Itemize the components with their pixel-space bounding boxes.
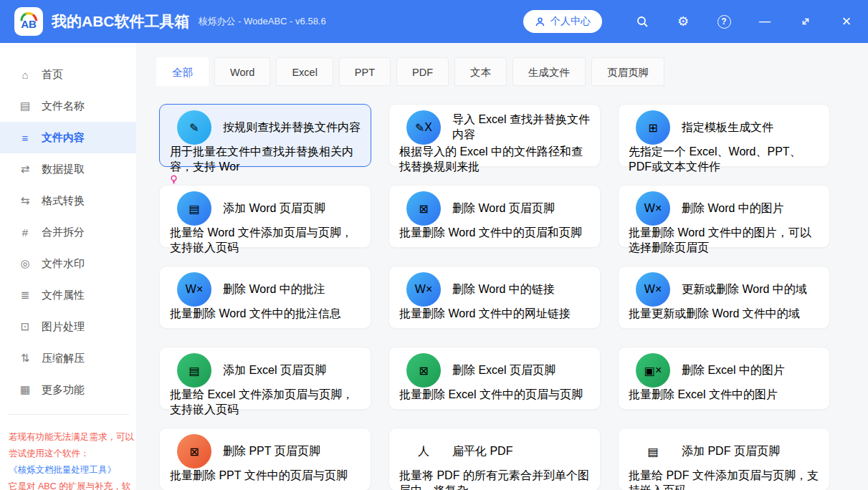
- sidebar-item-watermark[interactable]: ◎ 文件水印: [0, 248, 136, 279]
- card-title: 添加 Word 页眉页脚: [223, 201, 325, 216]
- search-icon[interactable]: [634, 13, 651, 30]
- word-add-header-footer-icon: ▤: [177, 191, 211, 226]
- card-title: 添加 PDF 页眉页脚: [682, 444, 780, 459]
- more-features-icon: ▦: [19, 383, 32, 396]
- card-title: 删除 Word 中的批注: [223, 282, 325, 297]
- card-desc: 批量删除 Word 文件中的批注信息: [170, 307, 361, 322]
- card-title: 删除 PPT 页眉页脚: [223, 444, 320, 459]
- user-center-button[interactable]: 个人中心: [523, 10, 602, 33]
- card-title: 删除 Word 中的链接: [452, 282, 555, 297]
- sidebar-item-merge-split[interactable]: # 合并拆分: [0, 216, 136, 248]
- card-word-update-field[interactable]: W × 更新或删除 Word 中的域 批量更新或删除 Word 文件中的域: [618, 266, 830, 329]
- word-delete-comment-icon: W ×: [177, 272, 211, 307]
- card-find-replace-content[interactable]: ✎ 按规则查找并替换文件内容 用于批量在文件中查找并替换相关内容，支持 Wor …: [159, 104, 371, 167]
- card-desc: 根据导入的 Excel 中的文件路径和查找替换规则来批: [399, 145, 590, 175]
- card-word-delete-header-footer[interactable]: ⊠ 删除 Word 页眉页脚 批量删除 Word 文件中的页眉和页脚: [388, 185, 601, 248]
- card-desc: 批量删除 PPT 文件中的页眉与页脚: [170, 469, 361, 484]
- feature-grid: ✎ 按规则查找并替换文件内容 用于批量在文件中查找并替换相关内容，支持 Wor …: [159, 104, 830, 490]
- image-process-icon: ⊡: [19, 320, 32, 333]
- card-excel-delete-header-footer[interactable]: ⊠ 删除 Excel 页眉页脚 批量删除 Excel 文件中的页眉与页脚: [388, 347, 601, 410]
- tab-word[interactable]: Word: [214, 57, 270, 86]
- card-desc: 批量删除 Word 文件中的图片，可以选择删除页眉页: [629, 226, 819, 256]
- app-title: 我的ABC软件工具箱: [52, 11, 190, 32]
- compress-icon: ⇅: [19, 352, 32, 365]
- ppt-delete-header-footer-icon: ⊠: [177, 434, 211, 469]
- data-extract-icon: ⇄: [19, 163, 32, 176]
- card-desc: 批量给 Excel 文件添加页眉与页脚，支持嵌入页码: [170, 388, 361, 418]
- format-convert-icon: ⇆: [19, 194, 32, 207]
- tab-text[interactable]: 文本: [454, 57, 507, 86]
- card-desc: 批量更新或删除 Word 文件中的域: [629, 307, 819, 322]
- card-desc: 先指定一个 Excel、Word、PPT、PDF或文本文件作: [629, 145, 819, 175]
- bulb-icon: [170, 175, 361, 184]
- card-title: 删除 Word 中的图片: [682, 201, 784, 216]
- card-title: 删除 Excel 中的图片: [682, 363, 785, 378]
- category-tabs: 全部 Word Excel PPT PDF 文本 生成文件 页眉页脚: [156, 57, 664, 86]
- card-desc: 用于批量在文件中查找并替换相关内容，支持 Wor: [170, 145, 361, 175]
- card-ppt-delete-header-footer[interactable]: ⊠ 删除 PPT 页眉页脚 批量删除 PPT 文件中的页眉与页脚: [159, 428, 371, 490]
- sidebar-item-more[interactable]: ▦ 更多功能: [0, 374, 136, 405]
- word-delete-link-icon: W ×: [406, 272, 441, 307]
- minimize-button[interactable]: —: [756, 13, 773, 30]
- card-desc: 批量将 PDF 的所有元素合并到单个图层中，将复杂: [399, 469, 590, 490]
- card-title: 删除 Excel 页眉页脚: [452, 363, 555, 378]
- card-excel-add-header-footer[interactable]: ▤ 添加 Excel 页眉页脚 批量给 Excel 文件添加页眉与页脚，支持嵌入…: [159, 347, 371, 410]
- sidebar-item-file-content[interactable]: ≡ 文件内容: [0, 122, 136, 153]
- card-word-add-header-footer[interactable]: ▤ 添加 Word 页眉页脚 批量给 Word 文件添加页眉与页脚，支持嵌入页码: [159, 185, 371, 248]
- file-props-icon: ≣: [19, 289, 32, 302]
- app-subtitle: 核烁办公 - WodeABC - v6.58.6: [199, 15, 326, 28]
- card-title: 扁平化 PDF: [452, 444, 512, 459]
- app-window: AB 我的ABC软件工具箱 核烁办公 - WodeABC - v6.58.6 个…: [0, 0, 868, 490]
- tab-header-footer[interactable]: 页眉页脚: [591, 57, 664, 86]
- card-word-delete-image[interactable]: W × 删除 Word 中的图片 批量删除 Word 文件中的图片，可以选择删除…: [618, 185, 830, 248]
- find-replace-doc-icon: ✎: [177, 110, 211, 145]
- title-bar: AB 我的ABC软件工具箱 核烁办公 - WodeABC - v6.58.6 个…: [0, 0, 868, 43]
- sidebar-divider: [7, 414, 129, 415]
- settings-gear-icon[interactable]: ⚙: [674, 13, 692, 30]
- sidebar-item-home[interactable]: ⌂ 首页: [0, 59, 136, 90]
- sidebar-item-file-props[interactable]: ≣ 文件属性: [0, 279, 136, 311]
- tab-generate[interactable]: 生成文件: [512, 57, 586, 86]
- person-icon: [535, 16, 545, 27]
- card-desc: 批量删除 Word 文件中的页眉和页脚: [399, 226, 590, 241]
- card-desc: 批量给 Word 文件添加页眉与页脚，支持嵌入页码: [170, 226, 361, 256]
- maximize-restore-button[interactable]: [797, 13, 814, 30]
- sidebar-item-compress[interactable]: ⇅ 压缩解压: [0, 342, 136, 374]
- card-desc: 批量删除 Excel 文件中的图片: [629, 388, 819, 403]
- sidebar-item-image-process[interactable]: ⊡ 图片处理: [0, 311, 136, 342]
- word-field-icon: W ×: [636, 272, 670, 307]
- svg-text:AB: AB: [21, 18, 37, 30]
- tab-all[interactable]: 全部: [156, 57, 209, 86]
- home-icon: ⌂: [19, 69, 32, 81]
- close-button[interactable]: ×: [838, 13, 855, 30]
- card-title: 导入 Excel 查找并替换文件内容: [452, 112, 590, 143]
- card-title: 按规则查找并替换文件内容: [223, 120, 361, 135]
- tab-ppt[interactable]: PPT: [339, 57, 391, 86]
- card-title: 删除 Word 页眉页脚: [452, 201, 555, 216]
- app-logo: AB: [14, 7, 43, 36]
- sidebar: ⌂ 首页 ▤ 文件名称 ≡ 文件内容 ⇄ 数据提取 ⇆ 格式转换 # 合并拆分: [0, 43, 136, 490]
- notice-link[interactable]: 《核烁文档批量处理工具》: [9, 462, 136, 479]
- sidebar-item-data-extract[interactable]: ⇄ 数据提取: [0, 153, 136, 185]
- card-excel-delete-image[interactable]: ▣ × 删除 Excel 中的图片 批量删除 Excel 文件中的图片: [618, 347, 830, 410]
- file-name-icon: ▤: [19, 100, 32, 112]
- card-pdf-flatten[interactable]: 人 扁平化 PDF 批量将 PDF 的所有元素合并到单个图层中，将复杂: [388, 428, 601, 490]
- help-icon[interactable]: ?: [715, 13, 733, 30]
- card-desc: 批量删除 Excel 文件中的页眉与页脚: [399, 388, 590, 403]
- tab-excel[interactable]: Excel: [276, 57, 333, 86]
- sidebar-item-file-name[interactable]: ▤ 文件名称: [0, 90, 136, 122]
- card-word-delete-link[interactable]: W × 删除 Word 中的链接 批量删除 Word 文件中的网址链接: [388, 266, 601, 329]
- sidebar-item-format-convert[interactable]: ⇆ 格式转换: [0, 185, 136, 216]
- card-desc: 批量删除 Word 文件中的网址链接: [399, 307, 590, 322]
- card-excel-import-replace[interactable]: ✎ X 导入 Excel 查找并替换文件内容 根据导入的 Excel 中的文件路…: [388, 104, 601, 167]
- card-template-generate[interactable]: ⊞ 指定模板生成文件 先指定一个 Excel、Word、PPT、PDF或文本文件…: [618, 104, 830, 167]
- card-pdf-add-header-footer[interactable]: ▤ 添加 PDF 页眉页脚 批量给 PDF 文件添加页眉与页脚，支持嵌入页码: [618, 428, 830, 490]
- excel-import-replace-icon: ✎ X: [406, 110, 441, 145]
- sidebar-notice: 若现有功能无法满足需求，可以 尝试使用这个软件： 《核烁文档批量处理工具》 它是…: [0, 425, 136, 490]
- card-desc: 批量给 PDF 文件添加页眉与页脚，支持嵌入页码: [629, 469, 819, 490]
- watermark-icon: ◎: [19, 257, 32, 270]
- card-title: 添加 Excel 页眉页脚: [223, 363, 326, 378]
- card-word-delete-comment[interactable]: W × 删除 Word 中的批注 批量删除 Word 文件中的批注信息: [159, 266, 371, 329]
- tab-pdf[interactable]: PDF: [396, 57, 449, 86]
- word-delete-image-icon: W ×: [636, 191, 670, 226]
